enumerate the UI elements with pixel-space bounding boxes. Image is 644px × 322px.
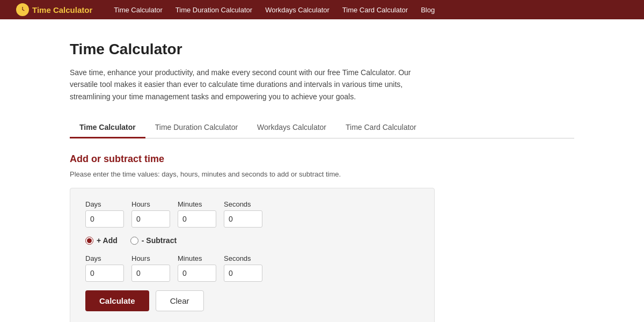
add-option[interactable]: + Add [85, 236, 118, 245]
section-title: Add or subtract time [70, 153, 574, 165]
nav-link-blog[interactable]: Blog [421, 6, 435, 14]
seconds-label-1: Seconds [224, 200, 262, 208]
input-row-2: Days Hours Minutes Seconds [85, 254, 419, 282]
page-description: Save time, enhance your productivity, an… [70, 67, 424, 103]
logo-icon [16, 3, 29, 16]
tab-time-calculator[interactable]: Time Calculator [70, 118, 145, 138]
subtract-option[interactable]: - Subtract [130, 236, 177, 245]
minutes-label-2: Minutes [178, 254, 216, 262]
tab-workdays[interactable]: Workdays Calculator [247, 118, 336, 138]
navigation: Time Calculator Time Calculator Time Dur… [0, 0, 644, 19]
nav-link-timecard[interactable]: Time Card Calculator [342, 6, 408, 14]
calculate-button[interactable]: Calculate [85, 290, 149, 311]
nav-link-duration[interactable]: Time Duration Calculator [175, 6, 252, 14]
minutes-input-2[interactable] [178, 265, 216, 282]
section-description: Please enter the time values: days, hour… [70, 170, 574, 178]
input-row-1: Days Hours Minutes Seconds [85, 200, 419, 228]
seconds-input-1[interactable] [224, 210, 262, 228]
minutes-group-1: Minutes [178, 200, 216, 228]
tab-bar: Time Calculator Time Duration Calculator… [70, 118, 574, 138]
minutes-label-1: Minutes [178, 200, 216, 208]
nav-links: Time Calculator Time Duration Calculator… [114, 5, 435, 14]
hours-label-1: Hours [131, 200, 170, 208]
seconds-label-2: Seconds [224, 254, 262, 262]
subtract-label: - Subtract [142, 236, 177, 245]
nav-link-workdays[interactable]: Workdays Calculator [265, 6, 330, 14]
hours-group-2: Hours [131, 254, 170, 282]
tab-timecard[interactable]: Time Card Calculator [336, 118, 426, 138]
logo-text: Time Calculator [32, 5, 92, 14]
clear-button[interactable]: Clear [156, 290, 204, 311]
add-label: + Add [97, 236, 118, 245]
days-group-2: Days [85, 254, 124, 282]
seconds-group-1: Seconds [224, 200, 262, 228]
tab-time-duration[interactable]: Time Duration Calculator [145, 118, 247, 138]
calculator-box: Days Hours Minutes Seconds + Add [70, 188, 435, 322]
hours-input-2[interactable] [131, 265, 170, 282]
operation-row: + Add - Subtract [85, 236, 419, 245]
page-title: Time Calculator [70, 41, 574, 58]
hours-label-2: Hours [131, 254, 170, 262]
days-input-1[interactable] [85, 210, 124, 228]
hours-group-1: Hours [131, 200, 170, 228]
main-content: Time Calculator Save time, enhance your … [59, 19, 585, 322]
add-radio[interactable] [85, 237, 93, 245]
subtract-radio[interactable] [130, 237, 138, 245]
seconds-group-2: Seconds [224, 254, 262, 282]
days-label-2: Days [85, 254, 124, 262]
days-label-1: Days [85, 200, 124, 208]
days-input-2[interactable] [85, 265, 124, 282]
minutes-input-1[interactable] [178, 210, 216, 228]
days-group-1: Days [85, 200, 124, 228]
nav-logo[interactable]: Time Calculator [16, 3, 92, 16]
seconds-input-2[interactable] [224, 265, 262, 282]
button-row: Calculate Clear [85, 290, 419, 311]
hours-input-1[interactable] [131, 210, 170, 228]
minutes-group-2: Minutes [178, 254, 216, 282]
nav-link-time-calculator[interactable]: Time Calculator [114, 6, 163, 14]
